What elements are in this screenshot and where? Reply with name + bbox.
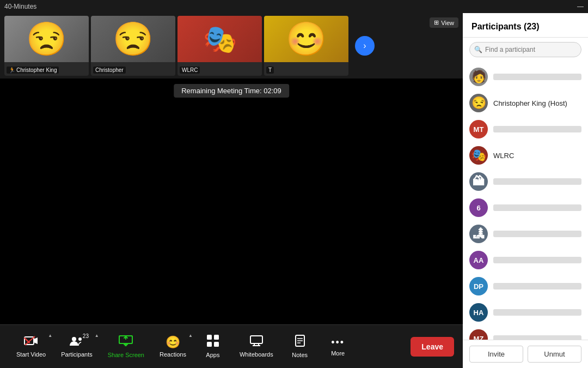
share-screen-button[interactable]: Share Screen <box>100 331 152 361</box>
participant-name-blur <box>493 283 581 289</box>
unmute-button[interactable]: Unmut <box>528 346 581 363</box>
participant-name: Christopher King (Host) <box>493 99 581 107</box>
list-item[interactable]: 6 <box>463 195 588 221</box>
svg-rect-13 <box>214 342 219 347</box>
apps-icon <box>207 335 219 350</box>
avatar: 6 <box>469 198 488 217</box>
view-button[interactable]: ⊞ View <box>430 17 458 28</box>
svg-marker-2 <box>34 337 38 344</box>
thumb1-emoji: 😒 <box>4 16 89 62</box>
participants-button[interactable]: ▲ 23 Participants <box>53 332 100 361</box>
sidebar-search-area: 🔍 <box>463 38 588 62</box>
more-button[interactable]: ••• More <box>319 334 357 360</box>
sidebar-footer: Invite Unmut <box>463 340 588 368</box>
avatar: 🏞 <box>469 225 488 243</box>
start-video-label: Start Video <box>16 351 46 358</box>
participant-name-blur <box>493 204 581 211</box>
participant-name-blur <box>493 257 581 263</box>
reactions-button[interactable]: ▲ 😊 Reactions <box>152 332 194 361</box>
next-video-button[interactable]: › <box>355 36 375 56</box>
toolbar: ▲ Start Video ▲ <box>0 324 463 368</box>
svg-rect-11 <box>214 335 219 340</box>
video-thumb-2[interactable]: 😒 Christopher <box>91 16 175 76</box>
window-controls: — <box>577 3 584 10</box>
share-screen-label: Share Screen <box>108 352 144 358</box>
list-item[interactable]: 🧑 <box>463 64 588 90</box>
avatar: 🧑 <box>469 68 488 86</box>
svg-point-4 <box>72 337 76 341</box>
minimize-button[interactable]: — <box>577 3 584 10</box>
whiteboards-icon <box>250 335 263 349</box>
search-wrapper: 🔍 <box>469 42 581 57</box>
list-item[interactable]: AA <box>463 247 588 273</box>
avatar: MZ <box>469 329 488 340</box>
reactions-icon: 😊 <box>166 335 180 349</box>
participants-sidebar: Participants (23) 🔍 🧑 😒 Chri <box>463 13 588 368</box>
app-title: 40-Minutes <box>4 3 36 10</box>
share-screen-icon <box>118 335 133 350</box>
main-video-content <box>0 79 463 324</box>
grid-icon: ⊞ <box>434 19 439 26</box>
svg-rect-12 <box>207 342 212 347</box>
more-icon: ••• <box>331 337 345 348</box>
reactions-chevron-icon: ▲ <box>188 333 193 338</box>
titlebar: 40-Minutes — <box>0 0 588 13</box>
video-strip: 😒 🏃 Christopher King 😒 Christopher 🎭 WLR… <box>0 13 463 79</box>
thumb1-label: 🏃 Christopher King <box>7 67 59 74</box>
participant-name: WLRC <box>493 152 581 160</box>
video-camera-icon <box>24 335 38 349</box>
video-chevron-icon: ▲ <box>48 333 52 338</box>
apps-button[interactable]: Apps <box>194 331 232 361</box>
start-video-button[interactable]: ▲ Start Video <box>9 332 53 361</box>
svg-rect-8 <box>124 344 128 345</box>
video-thumb-3[interactable]: 🎭 WLRC <box>177 16 262 76</box>
participant-name-blur <box>493 126 581 132</box>
video-thumb-1[interactable]: 😒 🏃 Christopher King <box>4 16 89 76</box>
list-item[interactable]: MT <box>463 116 588 142</box>
participants-chevron-icon: ▲ <box>95 333 99 338</box>
notes-icon <box>295 335 305 350</box>
participant-name-blur <box>493 178 581 185</box>
list-item[interactable]: 🏔 <box>463 168 588 195</box>
participants-icon: 23 <box>69 335 84 349</box>
avatar: 🏔 <box>469 172 488 191</box>
participant-name-blur <box>493 335 581 340</box>
whiteboards-label: Whiteboards <box>240 351 273 358</box>
participant-name-blur <box>493 309 581 316</box>
list-item[interactable]: 🏞 <box>463 221 588 247</box>
thumb4-emoji: 😊 <box>264 16 348 62</box>
thumb2-label: Christopher <box>93 67 126 74</box>
avatar: AA <box>469 251 488 269</box>
thumb2-emoji: 😒 <box>91 16 175 62</box>
apps-label: Apps <box>206 352 219 358</box>
list-item[interactable]: DP <box>463 273 588 299</box>
participant-name-blur <box>493 231 581 237</box>
video-thumb-4[interactable]: 😊 T <box>264 16 348 76</box>
list-item[interactable]: 😒 Christopher King (Host) <box>463 90 588 116</box>
invite-button[interactable]: Invite <box>469 346 523 363</box>
svg-rect-14 <box>250 336 262 343</box>
leave-button[interactable]: Leave <box>411 337 454 357</box>
whiteboards-button[interactable]: Whiteboards <box>232 332 281 361</box>
avatar: MT <box>469 120 488 138</box>
svg-point-5 <box>78 337 82 341</box>
thumb4-label: T <box>266 67 274 74</box>
list-item[interactable]: MZ <box>463 325 588 340</box>
list-item[interactable]: HA <box>463 299 588 325</box>
main-area: 😒 🏃 Christopher King 😒 Christopher 🎭 WLR… <box>0 13 588 368</box>
sidebar-header: Participants (23) <box>463 13 588 38</box>
notes-button[interactable]: Notes <box>281 331 319 361</box>
thumb3-label: WLRC <box>180 67 200 74</box>
svg-rect-9 <box>125 345 127 346</box>
avatar: 🎭 <box>469 146 488 165</box>
search-icon: 🔍 <box>474 46 482 53</box>
participants-list: 🧑 😒 Christopher King (Host) MT <box>463 62 588 340</box>
avatar: HA <box>469 303 488 322</box>
svg-rect-10 <box>207 335 212 340</box>
chevron-right-icon: › <box>363 41 366 51</box>
avatar: DP <box>469 277 488 295</box>
search-input[interactable] <box>469 42 581 57</box>
list-item[interactable]: 🎭 WLRC <box>463 142 588 168</box>
timer-banner: Remaining Meeting Time: 02:09 <box>174 84 289 98</box>
reactions-label: Reactions <box>160 351 186 358</box>
